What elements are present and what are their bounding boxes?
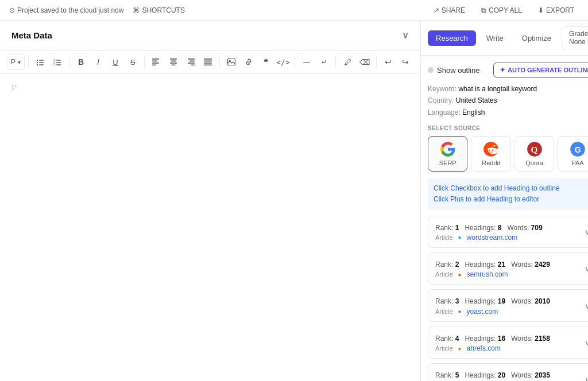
tab-write[interactable]: Write [478, 30, 512, 46]
export-icon: ⬇ [538, 6, 544, 14]
meta-header: Meta Data ∨ [0, 21, 420, 50]
svg-rect-25 [204, 61, 212, 62]
svg-rect-28 [228, 59, 235, 65]
svg-rect-9 [56, 62, 61, 63]
svg-text:Q: Q [531, 145, 537, 154]
outline-row: Show outline ✦ AUTO GENERATE OUTLINE [428, 63, 588, 77]
copy-all-button[interactable]: ⧉ COPY ALL [477, 4, 527, 17]
tab-optimize[interactable]: Optimize [514, 30, 559, 46]
result-site-1: Article ● wordstream.com [435, 234, 543, 242]
serp-label: SERP [439, 160, 457, 166]
share-icon: ↗ [434, 6, 439, 14]
align-center-button[interactable] [165, 54, 181, 70]
underline-button[interactable]: U [107, 54, 123, 70]
svg-rect-18 [170, 63, 177, 64]
svg-rect-7 [56, 60, 61, 60]
show-outline-label: Show outline [437, 66, 479, 75]
result-header-2[interactable]: Rank: 2 Headings: 21 Words: 2429 Article… [428, 253, 588, 284]
shortcuts-label: SHORTCUTS [142, 6, 184, 14]
editor-area[interactable]: P [0, 74, 420, 381]
paragraph-chevron-icon: ▾ [18, 59, 21, 65]
cloud-icon: ⊙ [9, 6, 15, 14]
toolbar-divider-3 [144, 56, 145, 68]
source-paa[interactable]: G PAA [558, 136, 588, 172]
source-quora[interactable]: Q Quora [514, 136, 554, 172]
svg-rect-17 [171, 61, 176, 62]
toolbar-divider-5 [295, 56, 295, 68]
highlight-button[interactable]: 🖊 [339, 54, 355, 70]
editor-placeholder: P [11, 83, 17, 92]
quote-button[interactable]: ❝ [258, 54, 274, 70]
result-meta-5: Rank: 5 Headings: 20 Words: 2035 [435, 370, 550, 381]
google-icon [440, 141, 456, 157]
hint-line1: Click Checkbox to add Heading to outline [434, 183, 588, 194]
result-header-5[interactable]: Rank: 5 Headings: 20 Words: 2035 Article… [428, 364, 588, 381]
keyword-info: Keyword: what is a longtail keyword Coun… [428, 83, 588, 118]
align-left-button[interactable] [148, 54, 164, 70]
toolbar-divider-1 [28, 56, 29, 68]
meta-chevron-icon[interactable]: ∨ [402, 30, 409, 41]
topbar-right: ↗ SHARE ⧉ COPY ALL ⬇ EXPORT [429, 4, 579, 17]
hint-box: Click Checkbox to add Heading to outline… [428, 178, 588, 209]
ordered-list-button[interactable]: 1.2.3. [49, 54, 65, 70]
reddit-icon [483, 141, 499, 157]
paragraph-select[interactable]: P ▾ [7, 54, 25, 70]
result-card: Rank: 3 Headings: 19 Words: 2010 Article… [428, 289, 588, 321]
svg-rect-26 [204, 63, 212, 64]
auto-generate-outline-button[interactable]: ✦ AUTO GENERATE OUTLINE [493, 63, 588, 77]
result-chevron-icon-3: ∨ [585, 301, 588, 310]
export-button[interactable]: ⬇ EXPORT [533, 4, 579, 17]
special-char-button[interactable]: ↵ [316, 54, 332, 70]
horizontal-rule-button[interactable]: — [299, 54, 315, 70]
tab-research[interactable]: Research [428, 30, 476, 46]
topbar: ⊙ Project saved to the cloud just now ⌘ … [0, 0, 588, 21]
hint-line2: Click Plus to add Heading to editor [434, 194, 588, 205]
result-chevron-icon-4: ∨ [585, 338, 588, 347]
site-favicon-2: ● [456, 270, 464, 278]
link-button[interactable] [241, 54, 257, 70]
site-url-4[interactable]: ahrefs.com [467, 344, 501, 352]
bold-button[interactable]: B [73, 54, 89, 70]
source-grid: SERP Reddit Q Quora [428, 136, 588, 172]
keyword-label: Keyword: [428, 85, 457, 93]
results-list: Rank: 1 Headings: 8 Words: 709 Article ●… [428, 216, 588, 381]
svg-rect-3 [39, 62, 44, 63]
code-button[interactable]: </> [275, 54, 291, 70]
redo-button[interactable]: ↪ [397, 54, 413, 70]
result-header-4[interactable]: Rank: 4 Headings: 16 Words: 2158 Article… [428, 327, 588, 358]
justify-button[interactable] [200, 54, 216, 70]
result-header-3[interactable]: Rank: 3 Headings: 19 Words: 2010 Article… [428, 290, 588, 321]
image-button[interactable] [223, 54, 239, 70]
shortcuts-button[interactable]: ⌘ SHORTCUTS [133, 6, 184, 14]
svg-rect-24 [204, 59, 212, 60]
right-panel-content: Show outline ✦ AUTO GENERATE OUTLINE Key… [421, 56, 588, 381]
result-meta-1: Rank: 1 Headings: 8 Words: 709 [435, 222, 543, 234]
copy-icon: ⧉ [481, 6, 486, 14]
quora-icon: Q [527, 141, 543, 157]
site-url-2[interactable]: semrush.com [467, 270, 508, 278]
auto-generate-label: AUTO GENERATE OUTLINE [508, 67, 588, 73]
select-source-label: SELECT SOURCE [428, 125, 588, 131]
unordered-list-button[interactable] [32, 54, 48, 70]
result-meta-3: Rank: 3 Headings: 19 Words: 2010 [435, 296, 550, 307]
svg-point-0 [37, 60, 38, 61]
share-button[interactable]: ↗ SHARE [429, 4, 470, 17]
shortcuts-icon: ⌘ [133, 6, 140, 14]
country-value: United States [456, 96, 497, 104]
strikethrough-button[interactable]: S [125, 54, 141, 70]
align-right-button[interactable] [183, 54, 199, 70]
toolbar-divider-6 [335, 56, 336, 68]
main-layout: Meta Data ∨ P ▾ 1.2.3. B I U S [0, 21, 588, 381]
undo-button[interactable]: ↩ [380, 54, 396, 70]
toolbar-divider-2 [69, 56, 69, 68]
result-header-1[interactable]: Rank: 1 Headings: 8 Words: 709 Article ●… [428, 216, 588, 247]
site-url-1[interactable]: wordstream.com [467, 234, 518, 242]
clear-format-button[interactable]: ⌫ [357, 54, 373, 70]
italic-button[interactable]: I [90, 54, 106, 70]
source-serp[interactable]: SERP [428, 136, 467, 172]
source-reddit[interactable]: Reddit [471, 136, 510, 172]
site-url-3[interactable]: yoast.com [467, 308, 498, 316]
right-panel: Research Write Optimize Grade: None Show… [421, 21, 588, 381]
paa-icon: G [570, 141, 586, 157]
language-label: Language: [428, 108, 461, 116]
